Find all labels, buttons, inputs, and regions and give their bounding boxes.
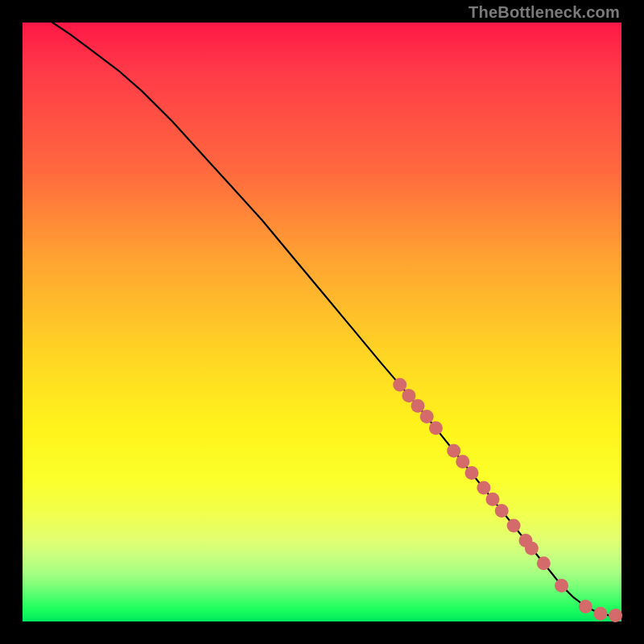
curve-marker xyxy=(486,493,500,506)
curve-marker xyxy=(579,600,592,613)
curve-marker xyxy=(555,579,568,592)
curve-marker xyxy=(429,421,443,435)
curve-marker xyxy=(447,444,460,458)
curve-marker xyxy=(594,607,608,621)
chart-frame: TheBottleneck.com xyxy=(0,0,644,644)
bottleneck-curve xyxy=(52,23,621,616)
curve-marker xyxy=(525,542,539,555)
curve-marker xyxy=(537,556,551,570)
curve-marker xyxy=(495,504,509,518)
curve-marker xyxy=(456,455,469,469)
curve-marker xyxy=(465,466,479,480)
watermark-label: TheBottleneck.com xyxy=(469,3,620,22)
curve-marker xyxy=(507,519,521,533)
curve-marker xyxy=(411,399,425,413)
chart-svg xyxy=(23,23,621,621)
curve-marker xyxy=(477,481,490,495)
curve-marker xyxy=(393,378,407,392)
curve-marker xyxy=(609,609,622,622)
curve-markers xyxy=(393,378,622,622)
curve-marker xyxy=(420,410,434,423)
